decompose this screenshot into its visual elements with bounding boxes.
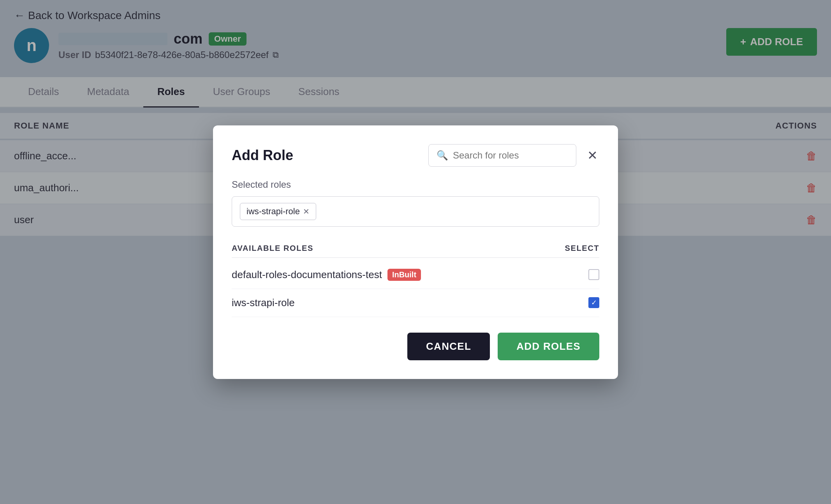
search-icon: 🔍: [437, 150, 448, 161]
modal-footer: CANCEL ADD ROLES: [232, 333, 599, 360]
available-roles-col: AVAILABLE ROLES: [232, 244, 313, 253]
add-role-modal: Add Role 🔍 ✕ Selected roles iws-strapi-r…: [213, 125, 618, 379]
search-box[interactable]: 🔍: [428, 144, 576, 167]
role-row-2: iws-strapi-role ✓: [232, 289, 599, 317]
selected-roles-area: iws-strapi-role ✕: [232, 196, 599, 227]
modal-header: Add Role 🔍 ✕: [232, 144, 599, 167]
role-name-label: default-roles-documentations-test: [232, 269, 382, 281]
select-col: SELECT: [565, 244, 600, 253]
role-checkbox-2[interactable]: ✓: [588, 297, 599, 308]
role-checkbox-1[interactable]: [588, 269, 599, 280]
roles-table-header: AVAILABLE ROLES SELECT: [232, 239, 599, 258]
role-row-name: default-roles-documentations-test InBuil…: [232, 269, 421, 281]
search-input[interactable]: [453, 150, 568, 161]
chip-remove-button[interactable]: ✕: [303, 208, 310, 215]
modal-overlay: Add Role 🔍 ✕ Selected roles iws-strapi-r…: [0, 0, 831, 504]
close-button[interactable]: ✕: [586, 148, 599, 163]
modal-title: Add Role: [232, 147, 293, 164]
role-row-1: default-roles-documentations-test InBuil…: [232, 261, 599, 289]
chip-label: iws-strapi-role: [246, 206, 300, 217]
selected-roles-label: Selected roles: [232, 179, 599, 190]
role-row-name: iws-strapi-role: [232, 297, 295, 309]
role-chip: iws-strapi-role ✕: [240, 203, 316, 220]
add-roles-button[interactable]: ADD ROLES: [498, 333, 599, 360]
inbuilt-badge: InBuilt: [387, 269, 421, 281]
cancel-button[interactable]: CANCEL: [407, 333, 490, 360]
modal-header-right: 🔍 ✕: [428, 144, 599, 167]
role-name-label: iws-strapi-role: [232, 297, 295, 309]
